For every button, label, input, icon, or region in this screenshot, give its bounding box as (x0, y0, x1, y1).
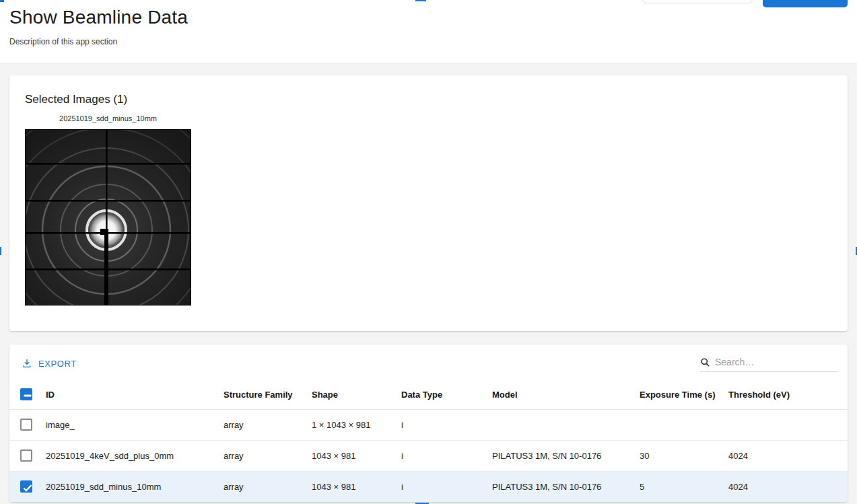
cell-structure-family: array (213, 409, 301, 440)
selected-image-caption: 20251019_sdd_minus_10mm (25, 114, 191, 122)
search-input[interactable] (715, 357, 838, 367)
table-header-row: ID Structure Family Shape Data Type Mode… (9, 380, 848, 409)
magnifier-icon (700, 357, 710, 367)
export-button[interactable]: EXPORT (22, 358, 77, 369)
column-header-model[interactable]: Model (481, 380, 629, 409)
cell-data-type: i (390, 440, 481, 471)
selected-image-tile[interactable]: 20251019_sdd_minus_10mm (25, 114, 191, 305)
row-checkbox[interactable] (20, 449, 32, 462)
cell-structure-family: array (213, 471, 301, 502)
data-table-card: EXPORT ID Structure Family Shap (9, 345, 848, 502)
cell-threshold (718, 409, 848, 440)
cell-model: PILATUS3 1M, S/N 10-0176 (481, 440, 629, 471)
cell-exposure-time: 5 (629, 471, 718, 502)
cell-data-type: i (390, 409, 481, 440)
topbar-input[interactable] (642, 0, 753, 3)
cell-structure-family: array (213, 440, 301, 471)
cell-threshold: 4024 (718, 440, 848, 471)
export-button-label: EXPORT (38, 359, 77, 369)
cell-shape: 1043 × 981 (301, 471, 390, 502)
beamline-data-table: ID Structure Family Shape Data Type Mode… (9, 380, 848, 502)
table-row[interactable]: image_ array 1 × 1043 × 981 i (9, 409, 848, 440)
column-header-shape[interactable]: Shape (301, 380, 390, 409)
column-header-structure-family[interactable]: Structure Family (213, 380, 301, 409)
indeterminate-dash-icon (22, 390, 34, 402)
cell-id: 20251019_sdd_minus_10mm (35, 471, 213, 502)
check-icon (22, 482, 34, 494)
table-row[interactable]: 20251019_4keV_sdd_plus_0mm array 1043 × … (9, 440, 848, 471)
viewport-tick-corner (0, 0, 4, 2)
viewport-tick-top (415, 0, 426, 1)
topbar-primary-button[interactable] (763, 0, 848, 7)
cell-exposure-time (629, 409, 718, 440)
selected-images-heading: Selected Images (1) (25, 93, 127, 106)
row-checkbox[interactable] (20, 480, 32, 493)
selected-images-card: Selected Images (1) 20251019_sdd_minus_1… (9, 75, 848, 331)
download-icon (22, 358, 32, 369)
cell-model: PILATUS3 1M, S/N 10-0176 (481, 471, 629, 502)
search-box[interactable] (700, 357, 838, 372)
cell-threshold: 4024 (718, 471, 848, 502)
column-header-exposure-time[interactable]: Exposure Time (s) (629, 380, 718, 409)
cell-exposure-time: 30 (629, 440, 718, 471)
page-title: Show Beamline Data (9, 7, 188, 28)
diffraction-image (25, 129, 191, 305)
table-row[interactable]: 20251019_sdd_minus_10mm array 1043 × 981… (9, 471, 848, 502)
cell-shape: 1 × 1043 × 981 (301, 409, 390, 440)
column-header-threshold[interactable]: Threshold (eV) (718, 380, 848, 409)
select-all-checkbox[interactable] (20, 388, 32, 400)
page-subtitle: Description of this app section (9, 37, 117, 46)
row-checkbox[interactable] (20, 419, 32, 431)
cell-model (481, 409, 629, 440)
cell-data-type: i (390, 471, 481, 502)
cell-shape: 1043 × 981 (301, 440, 390, 471)
viewport-tick-left (0, 247, 1, 255)
cell-id: 20251019_4keV_sdd_plus_0mm (35, 440, 213, 471)
cell-id: image_ (35, 409, 213, 440)
column-header-id[interactable]: ID (35, 380, 213, 409)
column-header-data-type[interactable]: Data Type (390, 380, 481, 409)
